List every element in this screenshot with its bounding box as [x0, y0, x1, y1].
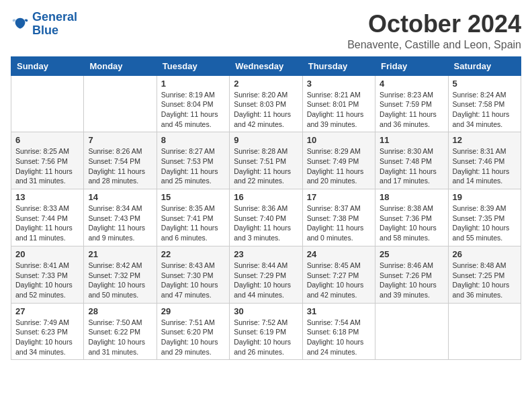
- weekday-header-wednesday: Wednesday: [230, 56, 302, 75]
- calendar-cell: [375, 303, 448, 360]
- calendar-table: SundayMondayTuesdayWednesdayThursdayFrid…: [11, 56, 521, 361]
- calendar-cell: 17Sunrise: 8:37 AMSunset: 7:38 PMDayligh…: [302, 189, 375, 246]
- day-number: 17: [307, 192, 371, 202]
- day-detail: Sunrise: 8:27 AMSunset: 7:53 PMDaylight:…: [161, 146, 225, 186]
- day-detail: Sunrise: 8:45 AMSunset: 7:27 PMDaylight:…: [307, 261, 371, 300]
- calendar-cell: 26Sunrise: 8:48 AMSunset: 7:25 PMDayligh…: [448, 246, 521, 303]
- day-number: 12: [453, 135, 517, 145]
- calendar-cell: 19Sunrise: 8:39 AMSunset: 7:35 PMDayligh…: [448, 189, 521, 246]
- calendar-cell: 30Sunrise: 7:52 AMSunset: 6:19 PMDayligh…: [230, 303, 302, 360]
- location-title: Benavente, Castille and Leon, Spain: [347, 39, 521, 51]
- calendar-cell: 7Sunrise: 8:26 AMSunset: 7:54 PMDaylight…: [84, 132, 157, 189]
- day-detail: Sunrise: 8:37 AMSunset: 7:38 PMDaylight:…: [307, 203, 371, 243]
- calendar-cell: 11Sunrise: 8:30 AMSunset: 7:48 PMDayligh…: [375, 132, 448, 189]
- calendar-cell: 16Sunrise: 8:36 AMSunset: 7:40 PMDayligh…: [230, 189, 302, 246]
- calendar-cell: 31Sunrise: 7:54 AMSunset: 6:18 PMDayligh…: [302, 303, 375, 360]
- calendar-cell: 21Sunrise: 8:42 AMSunset: 7:32 PMDayligh…: [84, 246, 157, 303]
- day-number: 25: [380, 249, 443, 259]
- calendar-week-row: 1Sunrise: 8:19 AMSunset: 8:04 PMDaylight…: [11, 75, 521, 132]
- weekday-header-saturday: Saturday: [448, 56, 521, 75]
- weekday-header-sunday: Sunday: [11, 56, 84, 75]
- day-number: 7: [88, 135, 152, 145]
- calendar-cell: 9Sunrise: 8:28 AMSunset: 7:51 PMDaylight…: [230, 132, 302, 189]
- day-number: 21: [88, 249, 152, 259]
- day-number: 31: [307, 306, 371, 316]
- calendar-week-row: 13Sunrise: 8:33 AMSunset: 7:44 PMDayligh…: [11, 189, 521, 246]
- day-detail: Sunrise: 8:19 AMSunset: 8:04 PMDaylight:…: [161, 90, 225, 130]
- calendar-cell: 6Sunrise: 8:25 AMSunset: 7:56 PMDaylight…: [11, 132, 84, 189]
- day-number: 29: [161, 306, 225, 316]
- calendar-cell: 14Sunrise: 8:34 AMSunset: 7:43 PMDayligh…: [84, 189, 157, 246]
- calendar-week-row: 20Sunrise: 8:41 AMSunset: 7:33 PMDayligh…: [11, 246, 521, 303]
- calendar-cell: 27Sunrise: 7:49 AMSunset: 6:23 PMDayligh…: [11, 303, 84, 360]
- logo: General Blue: [11, 11, 77, 38]
- day-detail: Sunrise: 8:28 AMSunset: 7:51 PMDaylight:…: [234, 146, 298, 186]
- day-number: 13: [15, 192, 79, 202]
- day-number: 14: [88, 192, 152, 202]
- calendar-cell: [84, 75, 157, 132]
- day-detail: Sunrise: 8:44 AMSunset: 7:29 PMDaylight:…: [234, 261, 298, 300]
- month-title: October 2024: [347, 11, 521, 38]
- day-number: 30: [234, 306, 298, 316]
- day-number: 15: [161, 192, 225, 202]
- calendar-cell: 10Sunrise: 8:29 AMSunset: 7:49 PMDayligh…: [302, 132, 375, 189]
- calendar-cell: 29Sunrise: 7:51 AMSunset: 6:20 PMDayligh…: [157, 303, 229, 360]
- calendar-cell: [11, 75, 84, 132]
- day-detail: Sunrise: 8:21 AMSunset: 8:01 PMDaylight:…: [307, 90, 371, 130]
- day-detail: Sunrise: 8:39 AMSunset: 7:35 PMDaylight:…: [453, 203, 517, 243]
- day-detail: Sunrise: 8:46 AMSunset: 7:26 PMDaylight:…: [380, 261, 443, 300]
- day-detail: Sunrise: 7:54 AMSunset: 6:18 PMDaylight:…: [307, 318, 371, 357]
- day-detail: Sunrise: 8:23 AMSunset: 7:59 PMDaylight:…: [380, 90, 443, 130]
- day-detail: Sunrise: 8:43 AMSunset: 7:30 PMDaylight:…: [161, 261, 225, 300]
- day-detail: Sunrise: 8:42 AMSunset: 7:32 PMDaylight:…: [88, 261, 152, 300]
- day-detail: Sunrise: 7:49 AMSunset: 6:23 PMDaylight:…: [15, 318, 79, 357]
- calendar-cell: 8Sunrise: 8:27 AMSunset: 7:53 PMDaylight…: [157, 132, 229, 189]
- logo-text: General Blue: [32, 11, 77, 38]
- weekday-header-row: SundayMondayTuesdayWednesdayThursdayFrid…: [11, 56, 521, 75]
- calendar-cell: 3Sunrise: 8:21 AMSunset: 8:01 PMDaylight…: [302, 75, 375, 132]
- day-detail: Sunrise: 8:25 AMSunset: 7:56 PMDaylight:…: [15, 146, 79, 186]
- weekday-header-tuesday: Tuesday: [157, 56, 229, 75]
- day-detail: Sunrise: 7:52 AMSunset: 6:19 PMDaylight:…: [234, 318, 298, 357]
- day-number: 20: [15, 249, 79, 259]
- day-number: 22: [161, 249, 225, 259]
- day-detail: Sunrise: 8:26 AMSunset: 7:54 PMDaylight:…: [88, 146, 152, 186]
- calendar-cell: 2Sunrise: 8:20 AMSunset: 8:03 PMDaylight…: [230, 75, 302, 132]
- day-number: 16: [234, 192, 298, 202]
- day-number: 18: [380, 192, 443, 202]
- page-header: General Blue October 2024 Benavente, Cas…: [11, 11, 521, 51]
- day-detail: Sunrise: 8:30 AMSunset: 7:48 PMDaylight:…: [380, 146, 443, 186]
- day-detail: Sunrise: 8:20 AMSunset: 8:03 PMDaylight:…: [234, 90, 298, 130]
- day-number: 1: [161, 79, 225, 89]
- day-number: 28: [88, 306, 152, 316]
- calendar-cell: 15Sunrise: 8:35 AMSunset: 7:41 PMDayligh…: [157, 189, 229, 246]
- calendar-cell: 20Sunrise: 8:41 AMSunset: 7:33 PMDayligh…: [11, 246, 84, 303]
- calendar-week-row: 27Sunrise: 7:49 AMSunset: 6:23 PMDayligh…: [11, 303, 521, 360]
- day-number: 27: [15, 306, 79, 316]
- weekday-header-friday: Friday: [375, 56, 448, 75]
- day-detail: Sunrise: 8:31 AMSunset: 7:46 PMDaylight:…: [453, 146, 517, 186]
- day-number: 19: [453, 192, 517, 202]
- title-section: October 2024 Benavente, Castille and Leo…: [347, 11, 521, 51]
- calendar-cell: 13Sunrise: 8:33 AMSunset: 7:44 PMDayligh…: [11, 189, 84, 246]
- weekday-header-monday: Monday: [84, 56, 157, 75]
- day-number: 11: [380, 135, 443, 145]
- day-detail: Sunrise: 8:29 AMSunset: 7:49 PMDaylight:…: [307, 146, 371, 186]
- day-detail: Sunrise: 8:35 AMSunset: 7:41 PMDaylight:…: [161, 203, 225, 243]
- day-number: 24: [307, 249, 371, 259]
- calendar-week-row: 6Sunrise: 8:25 AMSunset: 7:56 PMDaylight…: [11, 132, 521, 189]
- day-number: 9: [234, 135, 298, 145]
- day-detail: Sunrise: 8:41 AMSunset: 7:33 PMDaylight:…: [15, 261, 79, 300]
- day-number: 8: [161, 135, 225, 145]
- calendar-cell: 23Sunrise: 8:44 AMSunset: 7:29 PMDayligh…: [230, 246, 302, 303]
- day-number: 3: [307, 79, 371, 89]
- logo-icon: [11, 15, 30, 34]
- day-detail: Sunrise: 8:38 AMSunset: 7:36 PMDaylight:…: [380, 203, 443, 243]
- day-number: 5: [453, 79, 517, 89]
- calendar-cell: 1Sunrise: 8:19 AMSunset: 8:04 PMDaylight…: [157, 75, 229, 132]
- calendar-cell: [448, 303, 521, 360]
- day-detail: Sunrise: 7:51 AMSunset: 6:20 PMDaylight:…: [161, 318, 225, 357]
- weekday-header-thursday: Thursday: [302, 56, 375, 75]
- day-detail: Sunrise: 7:50 AMSunset: 6:22 PMDaylight:…: [88, 318, 152, 357]
- calendar-cell: 25Sunrise: 8:46 AMSunset: 7:26 PMDayligh…: [375, 246, 448, 303]
